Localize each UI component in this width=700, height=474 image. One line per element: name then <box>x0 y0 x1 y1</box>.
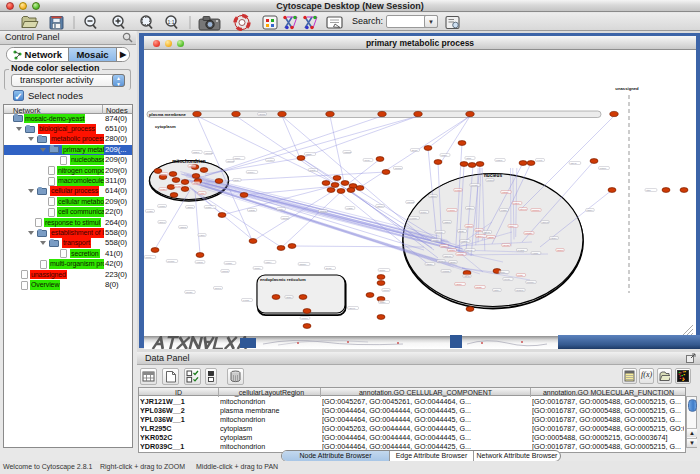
svg-text:(ftyc): (ftyc) <box>193 182 199 185</box>
svg-text:(dsby): (dsby) <box>587 209 594 212</box>
svg-text:(seou): (seou) <box>215 287 222 290</box>
svg-text:(easa): (easa) <box>461 240 468 243</box>
svg-text:(tpuu): (tpuu) <box>411 149 417 152</box>
svg-text:(penf): (penf) <box>383 289 389 292</box>
svg-text:(myyu): (myyu) <box>520 208 528 211</box>
svg-text:(tyos): (tyos) <box>175 185 181 188</box>
svg-text:(yego): (yego) <box>146 210 153 213</box>
svg-text:(putu): (putu) <box>420 211 426 214</box>
svg-text:(asnu): (asnu) <box>377 205 384 208</box>
svg-text:(ssgc): (ssgc) <box>426 263 433 266</box>
svg-text:(beeo): (beeo) <box>542 221 549 224</box>
svg-text:(ymnu): (ymnu) <box>448 209 456 212</box>
svg-text:(pcmo): (pcmo) <box>394 167 402 170</box>
svg-text:(rtpr): (rtpr) <box>509 225 514 228</box>
svg-text:(atyd): (atyd) <box>464 275 470 278</box>
svg-text:(aenb): (aenb) <box>503 244 510 247</box>
svg-text:(ftaf): (ftaf) <box>646 189 651 192</box>
svg-text:(uetf): (uetf) <box>278 208 284 211</box>
svg-text:(ncya): (ncya) <box>466 249 473 252</box>
svg-text:(rmcb): (rmcb) <box>457 253 464 256</box>
svg-text:(dsgn): (dsgn) <box>193 151 200 154</box>
svg-text:(mdod): (mdod) <box>442 270 450 273</box>
svg-text:(ufbn): (ufbn) <box>441 245 447 248</box>
svg-text:(trpt): (trpt) <box>234 179 239 182</box>
svg-text:(cmny): (cmny) <box>247 171 255 174</box>
svg-text:(tadc): (tadc) <box>380 301 386 304</box>
svg-text:(borb): (borb) <box>254 267 261 270</box>
svg-text:endoplasmic reticulum: endoplasmic reticulum <box>260 277 306 282</box>
svg-text:(gunr): (gunr) <box>438 260 445 263</box>
svg-text:(fatu): (fatu) <box>494 289 500 292</box>
svg-text:(tubd): (tubd) <box>309 169 315 172</box>
svg-text:(nagc): (nagc) <box>501 209 508 212</box>
svg-text:(uspa): (uspa) <box>502 191 509 194</box>
svg-text:(ycut): (ycut) <box>537 159 543 162</box>
svg-text:(eyda): (eyda) <box>518 249 525 252</box>
svg-text:(gddt): (gddt) <box>305 153 311 156</box>
svg-text:plasma membrane: plasma membrane <box>149 112 186 117</box>
svg-text:(brtr): (brtr) <box>500 271 505 274</box>
svg-text:(yfbc): (yfbc) <box>199 234 205 237</box>
svg-text:(asps): (asps) <box>488 236 495 239</box>
svg-text:(gsys): (gsys) <box>570 162 577 165</box>
svg-text:(tpso): (tpso) <box>441 154 447 157</box>
svg-text:(msmo): (msmo) <box>532 209 540 212</box>
svg-text:mitochondrion: mitochondrion <box>172 159 206 164</box>
svg-text:(nrsp): (nrsp) <box>205 206 211 209</box>
svg-text:(tagr): (tagr) <box>286 296 292 299</box>
svg-text:(ccms): (ccms) <box>167 260 174 263</box>
svg-text:(stmy): (stmy) <box>477 235 484 238</box>
svg-text:(gspn): (gspn) <box>187 206 194 209</box>
svg-text:(gncf): (gncf) <box>456 283 462 286</box>
svg-text:cytoplasm: cytoplasm <box>155 124 176 129</box>
svg-text:(gner): (gner) <box>159 221 166 224</box>
svg-text:(tmsu): (tmsu) <box>557 249 564 252</box>
svg-text:(acmf): (acmf) <box>282 217 289 220</box>
svg-text:(dcsy): (dcsy) <box>551 237 558 240</box>
svg-text:(urom): (urom) <box>159 205 166 208</box>
svg-text:(ygsb): (ygsb) <box>346 207 353 210</box>
svg-text:(bmoo): (bmoo) <box>516 289 524 292</box>
svg-text:(mngt): (mngt) <box>471 184 478 187</box>
svg-text:(oudu): (oudu) <box>487 179 494 182</box>
svg-text:(egct): (egct) <box>476 229 482 232</box>
svg-text:(tobd): (tobd) <box>476 286 482 289</box>
svg-text:(manb): (manb) <box>189 165 197 168</box>
svg-text:(ebre): (ebre) <box>265 261 272 264</box>
svg-text:(enog): (enog) <box>243 299 250 302</box>
svg-text:nucleus: nucleus <box>484 173 502 178</box>
svg-text:(yunm): (yunm) <box>410 217 418 220</box>
svg-text:(nppc): (nppc) <box>466 225 473 228</box>
svg-text:(dnfn): (dnfn) <box>234 157 240 160</box>
svg-text:(bbpb): (bbpb) <box>180 226 187 229</box>
svg-text:(nyuc): (nyuc) <box>436 231 443 234</box>
svg-text:(osao): (osao) <box>496 159 503 162</box>
svg-text:(adtm): (adtm) <box>430 195 437 198</box>
svg-text:(gaem): (gaem) <box>444 255 452 258</box>
svg-text:(fggy): (fggy) <box>467 207 473 210</box>
svg-text:(nyut): (nyut) <box>504 278 510 281</box>
svg-text:(dfod): (dfod) <box>450 261 456 264</box>
svg-text:(gyfc): (gyfc) <box>364 159 370 162</box>
svg-text:(mbct): (mbct) <box>222 270 229 273</box>
svg-text:(bctn): (bctn) <box>379 269 385 272</box>
svg-text:(asya): (asya) <box>483 231 490 234</box>
svg-text:(pnac): (pnac) <box>432 239 439 242</box>
svg-text:(ppsn): (ppsn) <box>448 249 455 252</box>
svg-text:(ppdo): (ppdo) <box>301 317 308 320</box>
svg-text:(gtsf): (gtsf) <box>466 157 472 160</box>
svg-text:(eymy): (eymy) <box>267 159 275 162</box>
svg-text:(endd): (endd) <box>225 262 232 265</box>
svg-text:(amma): (amma) <box>205 152 213 155</box>
svg-text:(pngp): (pngp) <box>186 291 193 294</box>
svg-text:(oaod): (oaod) <box>196 261 203 264</box>
svg-text:(tbgt): (tbgt) <box>458 230 464 233</box>
svg-text:(caud): (caud) <box>248 209 255 212</box>
svg-text:(gnyn): (gnyn) <box>349 307 356 310</box>
svg-text:(ptmn): (ptmn) <box>600 167 607 170</box>
svg-text:1:1: 1:1 <box>168 19 175 25</box>
svg-text:(temf): (temf) <box>325 267 331 270</box>
svg-text:unassigned: unassigned <box>615 86 639 91</box>
svg-text:(gmdr): (gmdr) <box>299 263 306 266</box>
